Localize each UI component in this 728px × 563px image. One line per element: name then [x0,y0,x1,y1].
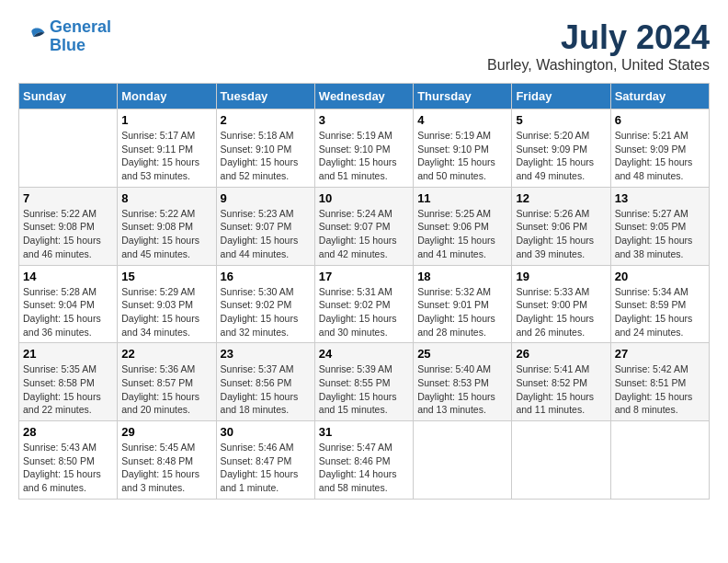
day-number: 13 [615,191,705,205]
calendar-week-row: 7Sunrise: 5:22 AMSunset: 9:08 PMDaylight… [19,187,710,265]
day-number: 4 [417,113,507,127]
day-info: Sunrise: 5:28 AMSunset: 9:04 PMDaylight:… [23,285,113,339]
calendar-cell: 24Sunrise: 5:39 AMSunset: 8:55 PMDayligh… [314,343,413,421]
calendar-cell [610,421,709,500]
day-info: Sunrise: 5:45 AMSunset: 8:48 PMDaylight:… [121,441,211,495]
day-of-week-header: Thursday [414,84,512,109]
day-info: Sunrise: 5:22 AMSunset: 9:08 PMDaylight:… [121,207,211,261]
calendar-cell [512,421,610,500]
day-number: 1 [121,113,211,127]
calendar-cell: 21Sunrise: 5:35 AMSunset: 8:58 PMDayligh… [19,343,118,421]
calendar-cell: 7Sunrise: 5:22 AMSunset: 9:08 PMDaylight… [19,187,118,265]
day-number: 8 [121,191,211,205]
calendar-cell: 6Sunrise: 5:21 AMSunset: 9:09 PMDaylight… [610,109,709,188]
calendar-cell [19,109,118,188]
calendar-week-row: 1Sunrise: 5:17 AMSunset: 9:11 PMDaylight… [19,109,710,188]
calendar-cell: 19Sunrise: 5:33 AMSunset: 9:00 PMDayligh… [512,265,610,343]
day-info: Sunrise: 5:35 AMSunset: 8:58 PMDaylight:… [23,362,113,417]
day-number: 12 [516,191,606,205]
calendar-cell: 11Sunrise: 5:25 AMSunset: 9:06 PMDayligh… [414,187,512,265]
day-of-week-header: Wednesday [314,84,413,109]
calendar-cell: 1Sunrise: 5:17 AMSunset: 9:11 PMDaylight… [118,109,216,188]
day-number: 23 [221,347,311,361]
day-info: Sunrise: 5:41 AMSunset: 8:52 PMDaylight:… [516,362,606,417]
day-number: 2 [221,113,311,127]
day-number: 20 [615,270,705,283]
day-number: 17 [319,270,409,283]
day-of-week-header: Sunday [19,84,118,109]
calendar-cell: 22Sunrise: 5:36 AMSunset: 8:57 PMDayligh… [118,343,216,421]
day-number: 11 [417,191,507,205]
calendar-cell: 13Sunrise: 5:27 AMSunset: 9:05 PMDayligh… [610,187,709,265]
day-number: 10 [319,191,409,205]
calendar-cell [414,421,512,500]
calendar-cell: 27Sunrise: 5:42 AMSunset: 8:51 PMDayligh… [610,343,709,421]
day-number: 26 [516,347,606,361]
day-number: 6 [615,113,705,127]
day-info: Sunrise: 5:18 AMSunset: 9:10 PMDaylight:… [221,129,311,183]
day-info: Sunrise: 5:33 AMSunset: 9:00 PMDaylight:… [516,285,606,339]
calendar-cell: 20Sunrise: 5:34 AMSunset: 8:59 PMDayligh… [610,265,709,343]
day-of-week-header: Friday [512,84,610,109]
calendar-cell: 18Sunrise: 5:32 AMSunset: 9:01 PMDayligh… [414,265,512,343]
calendar-cell: 5Sunrise: 5:20 AMSunset: 9:09 PMDaylight… [512,109,610,188]
calendar-cell: 17Sunrise: 5:31 AMSunset: 9:02 PMDayligh… [314,265,413,343]
day-info: Sunrise: 5:46 AMSunset: 8:47 PMDaylight:… [221,441,311,495]
calendar-cell: 8Sunrise: 5:22 AMSunset: 9:08 PMDaylight… [118,187,216,265]
day-number: 28 [23,425,113,439]
day-info: Sunrise: 5:19 AMSunset: 9:10 PMDaylight:… [417,129,507,183]
logo: General Blue [18,18,111,55]
day-info: Sunrise: 5:17 AMSunset: 9:11 PMDaylight:… [121,129,211,183]
month-title: July 2024 [487,18,710,57]
logo-text: General Blue [50,18,111,55]
day-info: Sunrise: 5:20 AMSunset: 9:09 PMDaylight:… [516,129,606,183]
day-of-week-header: Monday [118,84,216,109]
day-info: Sunrise: 5:42 AMSunset: 8:51 PMDaylight:… [615,362,705,417]
day-of-week-header: Tuesday [216,84,314,109]
day-info: Sunrise: 5:31 AMSunset: 9:02 PMDaylight:… [319,285,409,339]
day-number: 9 [221,191,311,205]
day-info: Sunrise: 5:29 AMSunset: 9:03 PMDaylight:… [121,285,211,339]
calendar-cell: 9Sunrise: 5:23 AMSunset: 9:07 PMDaylight… [216,187,314,265]
day-info: Sunrise: 5:24 AMSunset: 9:07 PMDaylight:… [319,207,409,261]
calendar-week-row: 21Sunrise: 5:35 AMSunset: 8:58 PMDayligh… [19,343,710,421]
day-info: Sunrise: 5:37 AMSunset: 8:56 PMDaylight:… [221,362,311,417]
day-number: 24 [319,347,409,361]
day-info: Sunrise: 5:39 AMSunset: 8:55 PMDaylight:… [319,362,409,417]
day-info: Sunrise: 5:25 AMSunset: 9:06 PMDaylight:… [417,207,507,261]
calendar-week-row: 14Sunrise: 5:28 AMSunset: 9:04 PMDayligh… [19,265,710,343]
day-number: 30 [221,425,311,439]
day-number: 5 [516,113,606,127]
day-number: 27 [615,347,705,361]
day-number: 22 [121,347,211,361]
calendar-cell: 3Sunrise: 5:19 AMSunset: 9:10 PMDaylight… [314,109,413,188]
day-info: Sunrise: 5:27 AMSunset: 9:05 PMDaylight:… [615,207,705,261]
calendar-cell: 2Sunrise: 5:18 AMSunset: 9:10 PMDaylight… [216,109,314,188]
day-info: Sunrise: 5:30 AMSunset: 9:02 PMDaylight:… [221,285,311,339]
day-number: 18 [417,270,507,283]
day-number: 7 [23,191,113,205]
calendar-cell: 23Sunrise: 5:37 AMSunset: 8:56 PMDayligh… [216,343,314,421]
day-info: Sunrise: 5:47 AMSunset: 8:46 PMDaylight:… [319,441,409,495]
header: General Blue July 2024 Burley, Washingto… [18,18,710,74]
calendar-week-row: 28Sunrise: 5:43 AMSunset: 8:50 PMDayligh… [19,421,710,500]
calendar-cell: 26Sunrise: 5:41 AMSunset: 8:52 PMDayligh… [512,343,610,421]
calendar-cell: 10Sunrise: 5:24 AMSunset: 9:07 PMDayligh… [314,187,413,265]
day-info: Sunrise: 5:21 AMSunset: 9:09 PMDaylight:… [615,129,705,183]
day-number: 14 [23,270,113,283]
day-number: 3 [319,113,409,127]
calendar-table: SundayMondayTuesdayWednesdayThursdayFrid… [18,83,710,500]
day-number: 29 [121,425,211,439]
day-number: 16 [221,270,311,283]
day-number: 21 [23,347,113,361]
location-title: Burley, Washington, United States [487,57,710,74]
calendar-cell: 16Sunrise: 5:30 AMSunset: 9:02 PMDayligh… [216,265,314,343]
calendar-cell: 4Sunrise: 5:19 AMSunset: 9:10 PMDaylight… [414,109,512,188]
day-info: Sunrise: 5:36 AMSunset: 8:57 PMDaylight:… [121,362,211,417]
calendar-cell: 15Sunrise: 5:29 AMSunset: 9:03 PMDayligh… [118,265,216,343]
day-number: 25 [417,347,507,361]
day-info: Sunrise: 5:43 AMSunset: 8:50 PMDaylight:… [23,441,113,495]
day-info: Sunrise: 5:26 AMSunset: 9:06 PMDaylight:… [516,207,606,261]
day-number: 19 [516,270,606,283]
day-info: Sunrise: 5:19 AMSunset: 9:10 PMDaylight:… [319,129,409,183]
